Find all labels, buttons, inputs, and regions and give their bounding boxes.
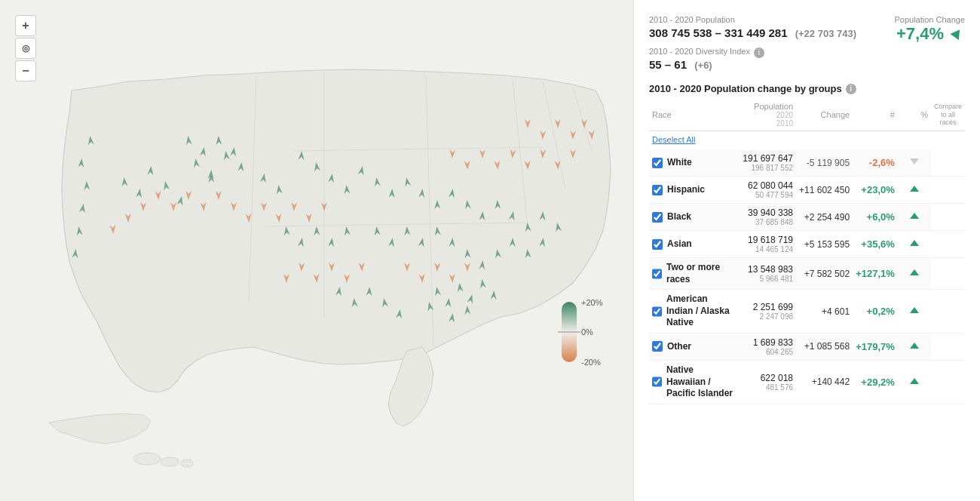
race-checkbox[interactable] bbox=[652, 158, 663, 168]
change-pct-cell: +6,0% bbox=[853, 204, 898, 231]
table-info-icon[interactable]: i bbox=[846, 84, 856, 94]
table-row: Other 1 689 833 604 265 +1 085 568 +179,… bbox=[649, 333, 965, 360]
race-name: Native Hawaiian / Pacific Islander bbox=[666, 364, 733, 400]
compare-cell bbox=[898, 204, 931, 231]
compare-cell bbox=[898, 149, 931, 177]
pop-change-label: Population Change bbox=[894, 15, 965, 24]
svg-text:+20%: +20% bbox=[581, 298, 603, 307]
diversity-label: 2010 - 2020 Diversity Index bbox=[649, 47, 750, 56]
race-name: Black bbox=[667, 211, 691, 223]
change-pct-cell: +29,2% bbox=[853, 360, 898, 404]
race-checkbox[interactable] bbox=[652, 239, 663, 250]
svg-text:0%: 0% bbox=[581, 327, 593, 337]
race-name-cell: White bbox=[649, 149, 737, 177]
svg-point-2 bbox=[161, 457, 179, 466]
svg-point-1 bbox=[133, 453, 161, 465]
change-pct-cell: +179,7% bbox=[853, 333, 898, 360]
population-cell: 2 251 699 2 247 098 bbox=[737, 290, 796, 333]
diversity-value: 55 – 61 (+6) bbox=[649, 58, 856, 71]
compare-arrow-icon bbox=[904, 375, 925, 387]
race-name-cell: Native Hawaiian / Pacific Islander bbox=[649, 360, 737, 404]
deselect-all-link[interactable]: Deselect All bbox=[652, 135, 962, 144]
compare-arrow-icon bbox=[904, 237, 925, 249]
pop-change-value: +7,4% bbox=[894, 24, 965, 44]
race-checkbox[interactable] bbox=[652, 212, 663, 223]
race-name: American Indian / Alaska Native bbox=[666, 294, 733, 329]
svg-marker-129 bbox=[950, 26, 963, 40]
svg-marker-133 bbox=[910, 240, 919, 246]
top-stats-row: 2010 - 2020 Population 308 745 538 – 331… bbox=[649, 15, 965, 71]
table-section-title: 2010 - 2020 Population change by groups … bbox=[649, 83, 965, 94]
svg-marker-136 bbox=[910, 343, 919, 349]
table-row: Asian 19 618 719 14 465 124 +5 153 595 +… bbox=[649, 231, 965, 258]
usa-map: +20% 0% -20% bbox=[0, 0, 633, 501]
col-change-header: Change bbox=[796, 100, 853, 131]
race-checkbox[interactable] bbox=[652, 341, 663, 352]
col-change-num-header: # bbox=[853, 100, 898, 131]
change-num-cell: -5 119 905 bbox=[796, 149, 853, 177]
svg-marker-134 bbox=[910, 269, 919, 275]
compare-arrow-icon bbox=[904, 340, 925, 352]
zoom-in-button[interactable]: + bbox=[15, 15, 36, 36]
change-num-cell: +4 601 bbox=[796, 290, 853, 333]
race-name-cell: Two or more races bbox=[649, 258, 737, 290]
race-name-cell: Other bbox=[649, 333, 737, 360]
population-cell: 19 618 719 14 465 124 bbox=[737, 231, 796, 258]
race-table-body: White 191 697 647 196 817 552 -5 119 905… bbox=[649, 149, 965, 404]
diversity-info-icon[interactable]: i bbox=[754, 48, 764, 58]
svg-text:-20%: -20% bbox=[581, 358, 601, 367]
svg-marker-135 bbox=[910, 307, 919, 313]
table-row: Hispanic 62 080 044 50 477 594 +11 602 4… bbox=[649, 177, 965, 204]
table-row: White 191 697 647 196 817 552 -5 119 905… bbox=[649, 149, 965, 177]
map-controls: + ◎ − bbox=[15, 15, 36, 81]
compare-cell bbox=[898, 258, 931, 290]
compare-arrow-icon bbox=[904, 304, 925, 316]
race-name-cell: American Indian / Alaska Native bbox=[649, 290, 737, 333]
population-cell: 62 080 044 50 477 594 bbox=[737, 177, 796, 204]
race-checkbox[interactable] bbox=[652, 377, 662, 387]
compare-arrow-icon bbox=[904, 266, 925, 278]
change-num-cell: +140 442 bbox=[796, 360, 853, 404]
compare-cell bbox=[898, 290, 931, 333]
table-row: Native Hawaiian / Pacific Islander 622 0… bbox=[649, 360, 965, 404]
race-checkbox[interactable] bbox=[652, 306, 662, 317]
population-value: 308 745 538 – 331 449 281 (+22 703 743) bbox=[649, 26, 856, 39]
svg-marker-137 bbox=[910, 378, 919, 384]
change-num-cell: +2 254 490 bbox=[796, 204, 853, 231]
change-pct-cell: -2,6% bbox=[853, 149, 898, 177]
svg-marker-132 bbox=[910, 213, 919, 219]
compare-arrow-icon bbox=[904, 183, 925, 195]
zoom-out-button[interactable]: − bbox=[15, 60, 36, 81]
svg-marker-131 bbox=[910, 186, 919, 192]
race-name-cell: Black bbox=[649, 204, 737, 231]
table-row: Two or more races 13 548 983 5 966 481 +… bbox=[649, 258, 965, 290]
compare-cell bbox=[898, 360, 931, 404]
svg-marker-130 bbox=[910, 158, 919, 164]
race-name: Other bbox=[667, 341, 691, 353]
change-pct-cell: +23,0% bbox=[853, 177, 898, 204]
race-name: Asian bbox=[667, 238, 692, 250]
right-panel: 2010 - 2020 Population 308 745 538 – 331… bbox=[633, 0, 980, 501]
change-num-cell: +1 085 568 bbox=[796, 333, 853, 360]
race-name: White bbox=[667, 157, 692, 169]
col-change-pct-header: % bbox=[898, 100, 931, 131]
population-cell: 191 697 647 196 817 552 bbox=[737, 149, 796, 177]
race-checkbox[interactable] bbox=[652, 185, 663, 195]
diversity-delta: (+6) bbox=[694, 60, 712, 71]
svg-point-3 bbox=[181, 460, 193, 467]
race-checkbox[interactable] bbox=[652, 269, 662, 279]
change-pct-cell: +35,6% bbox=[853, 231, 898, 258]
col-compare-header: Compareto all races bbox=[931, 100, 965, 131]
change-pct-cell: +127,1% bbox=[853, 258, 898, 290]
map-panel: + ◎ − bbox=[0, 0, 633, 501]
change-num-cell: +5 153 595 bbox=[796, 231, 853, 258]
col-race: Race bbox=[649, 100, 737, 131]
population-cell: 622 018 481 576 bbox=[737, 360, 796, 404]
trend-arrow-icon bbox=[948, 26, 965, 42]
population-stats: 2010 - 2020 Population 308 745 538 – 331… bbox=[649, 15, 856, 71]
compare-cell bbox=[898, 333, 931, 360]
race-name: Hispanic bbox=[667, 184, 705, 196]
race-name: Two or more races bbox=[666, 262, 733, 285]
population-label: 2010 - 2020 Population bbox=[649, 15, 856, 24]
locate-button[interactable]: ◎ bbox=[15, 38, 36, 59]
